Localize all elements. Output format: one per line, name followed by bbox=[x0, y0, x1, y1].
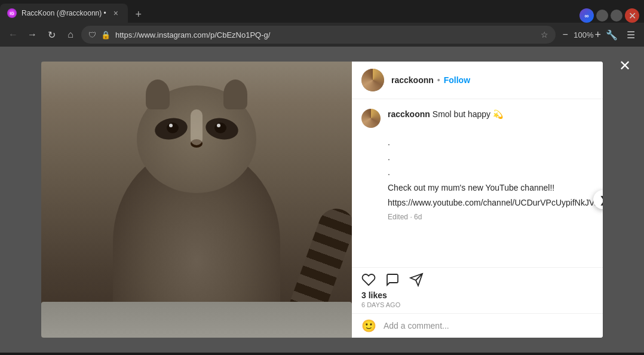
edited-time: Edited · 6d bbox=[388, 213, 603, 221]
home-button[interactable]: ⌂ bbox=[62, 26, 79, 43]
edited-label: Edited bbox=[388, 213, 408, 221]
action-icons-row bbox=[361, 273, 603, 287]
emoji-icon[interactable]: 🙂 bbox=[361, 319, 376, 333]
page-content: ✕ bbox=[0, 47, 644, 353]
modal-close-button[interactable]: ✕ bbox=[615, 56, 634, 75]
time-ago: 6 DAYS AGO bbox=[361, 301, 603, 308]
comment-button[interactable] bbox=[385, 273, 400, 287]
new-tab-button[interactable]: + bbox=[130, 6, 147, 23]
post-actions: 3 likes 6 DAYS AGO bbox=[352, 267, 603, 313]
extension-icon-1[interactable] bbox=[596, 10, 608, 22]
caption-dot-1: . bbox=[388, 135, 603, 150]
like-button[interactable] bbox=[361, 273, 376, 287]
caption-username[interactable]: racckoonn bbox=[388, 109, 430, 119]
zoom-controls: − 100% + bbox=[558, 27, 601, 42]
add-comment-row: 🙂 Post bbox=[352, 313, 603, 338]
post-body: racckoonnSmol but happy 💫 . . . Check ou… bbox=[352, 99, 603, 267]
post-header: racckoonn • Follow ··· bbox=[352, 62, 603, 99]
modal-next-button: ❯ bbox=[593, 190, 603, 209]
caption-row: racckoonnSmol but happy 💫 bbox=[361, 109, 603, 128]
caption-dot-2: . bbox=[388, 150, 603, 165]
comment-input[interactable] bbox=[384, 321, 602, 330]
browser-chrome: RaccKoon (@racckoonn) • × + ∞ ✕ ← → ↻ ⌂ … bbox=[0, 0, 644, 47]
browser-close-button[interactable]: ✕ bbox=[625, 8, 639, 23]
toolbar-right: 🔧 ☰ bbox=[603, 26, 639, 43]
tools-button[interactable]: 🔧 bbox=[603, 26, 620, 43]
caption-link[interactable]: https://www.youtube.com/channel/UCDurVPc… bbox=[388, 195, 603, 210]
post-image bbox=[41, 62, 352, 338]
browser-extension-icons: ∞ ✕ bbox=[579, 8, 644, 23]
extension-icon-2[interactable] bbox=[611, 10, 622, 22]
username-wrap: racckoonn • Follow bbox=[391, 75, 603, 85]
dot-separator: • bbox=[437, 75, 440, 85]
forward-button[interactable]: → bbox=[24, 26, 41, 43]
shield-icon: 🛡 bbox=[88, 30, 96, 39]
tab-close-btn[interactable]: × bbox=[111, 8, 121, 18]
follow-button[interactable]: Follow bbox=[444, 75, 470, 85]
zoom-plus-button[interactable]: + bbox=[594, 29, 601, 41]
address-bar[interactable]: 🛡 🔒 https://www.instagram.com/p/CbEzNo1P… bbox=[81, 26, 556, 44]
caption-text: Smol but happy 💫 bbox=[433, 109, 503, 119]
avatar[interactable] bbox=[361, 69, 384, 91]
menu-button[interactable]: ☰ bbox=[622, 26, 639, 43]
post-username[interactable]: racckoonn bbox=[391, 75, 434, 85]
reload-button[interactable]: ↻ bbox=[43, 26, 60, 43]
lock-icon: 🔒 bbox=[101, 30, 111, 39]
tab-favicon bbox=[7, 8, 17, 18]
caption-avatar[interactable] bbox=[361, 109, 381, 128]
post-modal: racckoonn • Follow ··· racckoonnSmol but… bbox=[41, 62, 603, 338]
caption-youtube-text: Check out my mum's new YouTube channel!! bbox=[388, 180, 603, 195]
extension-infinity-icon[interactable]: ∞ bbox=[579, 8, 594, 23]
browser-toolbar: ← → ↻ ⌂ 🛡 🔒 https://www.instagram.com/p/… bbox=[0, 23, 644, 47]
tab-bar: RaccKoon (@racckoonn) • × + ∞ ✕ bbox=[0, 0, 644, 23]
zoom-level: 100% bbox=[574, 30, 593, 39]
caption-text-wrap: racckoonnSmol but happy 💫 bbox=[388, 109, 603, 128]
post-detail-panel: racckoonn • Follow ··· racckoonnSmol but… bbox=[352, 62, 603, 338]
share-button[interactable] bbox=[409, 273, 424, 287]
caption-dot-3: . bbox=[388, 165, 603, 180]
url-text: https://www.instagram.com/p/CbEzNo1PQ-g/ bbox=[115, 30, 536, 39]
bookmark-star-icon[interactable]: ☆ bbox=[541, 30, 548, 39]
back-button[interactable]: ← bbox=[5, 26, 22, 43]
next-arrow-button[interactable]: ❯ bbox=[593, 190, 603, 209]
tab-title: RaccKoon (@racckoonn) • bbox=[22, 9, 106, 17]
browser-tab[interactable]: RaccKoon (@racckoonn) • × bbox=[0, 4, 128, 23]
likes-count: 3 likes bbox=[361, 290, 603, 300]
zoom-minus-button[interactable]: − bbox=[558, 27, 572, 42]
time-edited: · 6d bbox=[410, 213, 422, 221]
